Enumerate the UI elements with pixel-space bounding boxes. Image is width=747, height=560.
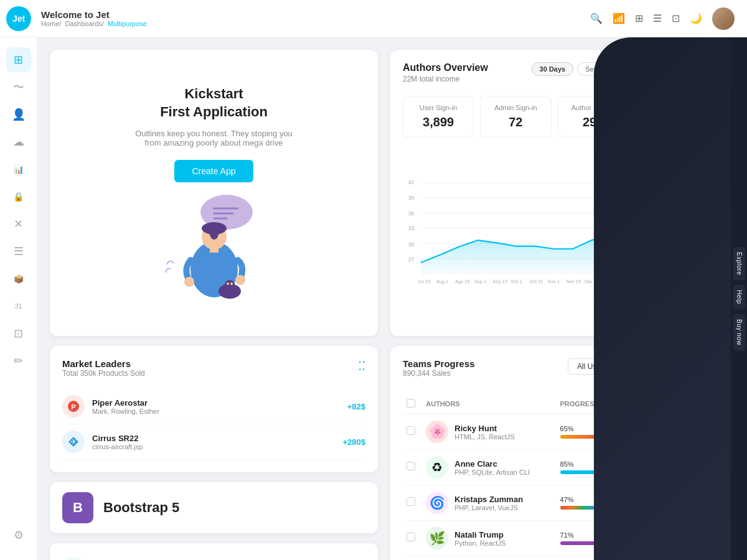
right-panel: Explore Help Buy now xyxy=(731,37,747,560)
svg-text:Jul 15: Jul 15 xyxy=(418,279,430,284)
help-button[interactable]: Help xyxy=(733,285,745,309)
row2-checkbox[interactable] xyxy=(406,462,415,470)
row1-checkbox[interactable] xyxy=(406,426,415,435)
row3-checkbox[interactable] xyxy=(406,497,415,506)
header-title-group: Welcome to Jet Home/ Dashboards/ Multipu… xyxy=(41,9,147,27)
svg-point-14 xyxy=(225,280,235,290)
teams-title: Teams Progress xyxy=(403,358,475,369)
authors-title: Authors Overview xyxy=(403,62,488,73)
sidebar-item-settings[interactable]: ⚙ xyxy=(6,523,31,548)
svg-text:Sep 15: Sep 15 xyxy=(492,279,507,284)
svg-text:Oct 15: Oct 15 xyxy=(529,279,543,284)
kickstart-title: KickstartFirst Application xyxy=(160,85,268,121)
col-checkbox xyxy=(403,394,422,414)
sidebar-item-edit[interactable]: ✏ xyxy=(6,348,31,373)
sidebar-bottom: ⚙ xyxy=(6,523,31,550)
team-member-kristaps: 🌀 Kristaps Zumman PHP, Laravel, VueJS xyxy=(426,492,552,514)
avatar[interactable] xyxy=(712,7,735,30)
piper-info: Piper Aerostar Mark, Rowling, Esther xyxy=(92,398,347,415)
svg-text:Sep 1: Sep 1 xyxy=(474,279,486,284)
svg-point-16 xyxy=(230,282,233,285)
search-icon[interactable]: 🔍 xyxy=(590,12,603,24)
sidebar-item-layout[interactable]: ⊡ xyxy=(6,321,31,346)
svg-text:Aug 1: Aug 1 xyxy=(436,279,448,284)
sidebar-item-wave[interactable]: 〜 xyxy=(6,75,31,100)
buy-now-button[interactable]: Buy now xyxy=(733,314,745,350)
sidebar-item-user[interactable]: 👤 xyxy=(6,102,31,127)
create-app-button[interactable]: Create App xyxy=(174,160,253,182)
svg-text:36: 36 xyxy=(408,210,415,217)
bootstrap-logo: B xyxy=(62,492,93,523)
svg-text:Oct 1: Oct 1 xyxy=(511,279,522,284)
tab-30days[interactable]: 30 Days xyxy=(532,62,574,76)
illustration xyxy=(158,189,270,301)
bootstrap-text: Bootstrap 5 xyxy=(103,500,179,516)
kickstart-card: KickstartFirst Application Outlines keep… xyxy=(50,50,378,336)
left-column: KickstartFirst Application Outlines keep… xyxy=(50,50,378,560)
kristaps-avatar: 🌀 xyxy=(426,492,448,514)
anne-avatar: ♻ xyxy=(426,456,448,478)
layout-icon[interactable]: ⊡ xyxy=(672,12,680,24)
market-more-icon[interactable]: ⁚⁚ xyxy=(358,358,365,373)
svg-text:27: 27 xyxy=(408,256,415,263)
header: Jet Welcome to Jet Home/ Dashboards/ Mul… xyxy=(0,0,747,37)
market-item-cirrus: ✈ Cirrus SR22 cirrus-aircraft.jsp +280$ xyxy=(62,424,365,460)
cirrus-value: +280$ xyxy=(342,437,365,447)
svg-point-11 xyxy=(235,275,245,285)
svg-rect-12 xyxy=(210,246,218,253)
market-4-icon: + xyxy=(62,557,85,560)
sidebar-item-lock[interactable]: 🔒 xyxy=(6,184,31,209)
sidebar-item-box[interactable]: 📦 xyxy=(6,266,31,291)
explore-button[interactable]: Explore xyxy=(733,247,745,280)
team-member-anne: ♻ Anne Clarc PHP, SQLite, Artisan CLI xyxy=(426,456,552,478)
sidebar-item-grid[interactable]: ⊞ xyxy=(6,47,31,72)
grid-icon[interactable]: ⊞ xyxy=(635,12,643,24)
header-actions: 🔍 📶 ⊞ ☰ ⊡ 🌙 xyxy=(590,7,735,30)
team-member-natali: 🌿 Natali Trump Python, ReactJS xyxy=(426,527,552,549)
sidebar-item-calendar[interactable]: 31 xyxy=(6,294,31,319)
breadcrumb-current: Multipurpose xyxy=(108,20,147,27)
header-checkbox[interactable] xyxy=(406,399,415,408)
svg-point-15 xyxy=(227,282,229,285)
natali-avatar: 🌿 xyxy=(426,527,448,549)
market-subtitle: Total 350k Products Sold xyxy=(62,369,145,378)
svg-text:P: P xyxy=(71,403,75,411)
stat-admin-signin: Admin Sign-in 72 xyxy=(480,96,551,138)
svg-text:Nov 15: Nov 15 xyxy=(566,279,581,284)
market-item-piper: P Piper Aerostar Mark, Rowling, Esther +… xyxy=(62,389,365,424)
svg-text:42: 42 xyxy=(408,179,415,185)
ricky-avatar: 🌸 xyxy=(426,421,448,443)
menu-icon[interactable]: ☰ xyxy=(653,12,662,24)
stat-user-signin: User Sign-in 3,899 xyxy=(403,96,474,138)
sidebar-item-chart[interactable]: 📊 xyxy=(6,157,31,182)
piper-icon: P xyxy=(62,395,85,418)
piper-value: +82$ xyxy=(347,402,365,411)
kickstart-description: Outlines keep you honest. They stoping y… xyxy=(133,129,295,147)
dark-overlay xyxy=(594,37,731,560)
market-more-card: + +4500$ ◆ +1,050$ xyxy=(50,543,378,560)
online-indicator xyxy=(731,7,735,11)
row4-checkbox[interactable] xyxy=(406,533,415,541)
team-member-ricky: 🌸 Ricky Hunt HTML, JS, ReactJS xyxy=(426,421,552,443)
moon-icon[interactable]: 🌙 xyxy=(690,12,702,24)
page-title: Welcome to Jet xyxy=(41,9,147,20)
svg-point-9 xyxy=(209,222,219,240)
sidebar-item-close[interactable]: ✕ xyxy=(6,212,31,236)
sidebar-item-lines[interactable]: ☰ xyxy=(6,239,31,264)
breadcrumb: Home/ Dashboards/ Multipurpose xyxy=(41,20,147,27)
sidebar-item-cloud[interactable]: ☁ xyxy=(6,129,31,154)
teams-subtitle: 890,344 Sales xyxy=(403,369,475,378)
cirrus-info: Cirrus SR22 cirrus-aircraft.jsp xyxy=(92,434,342,450)
cirrus-icon: ✈ xyxy=(62,431,85,453)
svg-text:Agu 15: Agu 15 xyxy=(455,279,469,284)
svg-text:Nov 1: Nov 1 xyxy=(548,279,560,284)
svg-text:33: 33 xyxy=(408,225,415,231)
sidebar: ⊞ 〜 👤 ☁ 📊 🔒 ✕ ☰ 📦 31 ⊡ ✏ ⚙ xyxy=(0,37,37,560)
app-logo[interactable]: Jet xyxy=(6,6,31,31)
bootstrap-banner: B Bootstrap 5 xyxy=(50,482,378,533)
market-leaders-card: Market Leaders Total 350k Products Sold … xyxy=(50,346,378,472)
svg-text:39: 39 xyxy=(408,195,415,201)
market-item-4: + +4500$ xyxy=(62,551,365,560)
market-title: Market Leaders xyxy=(62,358,145,369)
analytics-icon[interactable]: 📶 xyxy=(613,12,625,24)
